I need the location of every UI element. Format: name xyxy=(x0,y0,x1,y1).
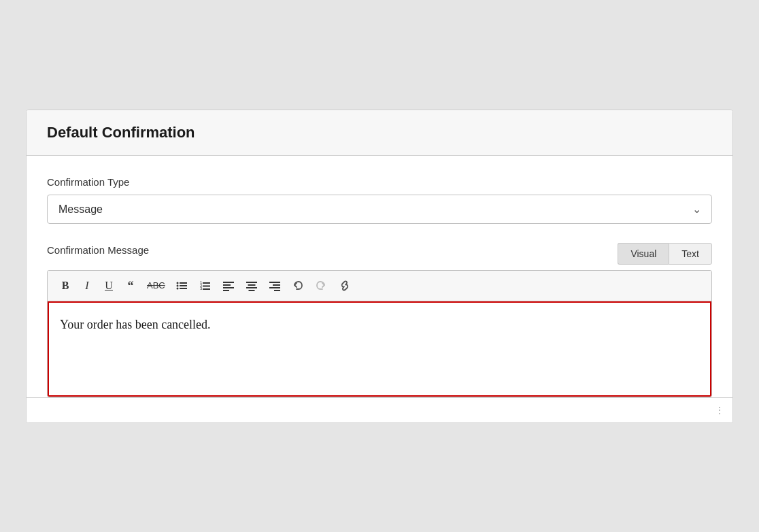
svg-rect-7 xyxy=(203,282,210,284)
page-title: Default Confirmation xyxy=(47,124,712,142)
ul-icon xyxy=(176,280,188,292)
svg-rect-21 xyxy=(273,284,280,286)
undo-button[interactable] xyxy=(288,276,308,295)
card-footer: ⋮ xyxy=(27,397,732,422)
resize-handle-icon: ⋮ xyxy=(715,405,724,416)
ordered-list-button[interactable]: 1 2 3 xyxy=(195,276,216,295)
tab-visual[interactable]: Visual xyxy=(618,243,669,265)
strikethrough-button[interactable]: ABC xyxy=(143,276,169,295)
svg-rect-14 xyxy=(223,287,234,288)
link-icon xyxy=(338,279,352,293)
link-button[interactable] xyxy=(334,276,356,295)
redo-icon xyxy=(315,280,327,292)
svg-rect-18 xyxy=(246,287,257,288)
svg-rect-1 xyxy=(180,282,187,284)
svg-point-0 xyxy=(176,282,178,284)
align-center-button[interactable] xyxy=(241,276,262,295)
unordered-list-button[interactable] xyxy=(172,276,192,295)
svg-rect-12 xyxy=(223,282,234,283)
svg-point-4 xyxy=(176,287,178,289)
align-left-button[interactable] xyxy=(218,276,239,295)
tab-buttons: Visual Text xyxy=(618,243,712,265)
confirmation-message-label: Confirmation Message xyxy=(47,244,149,256)
bold-button[interactable]: B xyxy=(56,276,75,295)
editor-toolbar: B I U “ ABC xyxy=(48,271,711,301)
svg-rect-13 xyxy=(223,284,231,286)
svg-rect-3 xyxy=(180,285,187,286)
svg-rect-17 xyxy=(248,284,255,286)
confirmation-card: Default Confirmation Confirmation Type M… xyxy=(26,110,733,423)
confirmation-type-select[interactable]: Message Page Redirect None xyxy=(47,195,712,224)
redo-button[interactable] xyxy=(311,276,331,295)
confirmation-type-wrapper: Message Page Redirect None ⌄ xyxy=(47,195,712,224)
card-body: Confirmation Type Message Page Redirect … xyxy=(27,156,732,397)
confirmation-type-label: Confirmation Type xyxy=(47,176,712,188)
align-center-icon xyxy=(246,280,258,292)
underline-button[interactable]: U xyxy=(99,276,118,295)
svg-rect-5 xyxy=(180,288,187,289)
svg-text:3: 3 xyxy=(200,286,203,290)
editor-content[interactable]: Your order has been cancelled. xyxy=(48,301,711,397)
italic-button[interactable]: I xyxy=(78,276,97,295)
card-header: Default Confirmation xyxy=(27,110,732,156)
align-left-icon xyxy=(222,280,235,292)
svg-rect-20 xyxy=(269,282,280,283)
svg-rect-16 xyxy=(246,282,257,283)
svg-rect-19 xyxy=(248,290,254,291)
strikethrough-icon: ABC xyxy=(147,281,165,290)
ol-icon: 1 2 3 xyxy=(199,280,212,292)
svg-point-2 xyxy=(176,284,178,286)
blockquote-button[interactable]: “ xyxy=(121,276,140,295)
svg-rect-9 xyxy=(203,285,210,286)
tab-text[interactable]: Text xyxy=(669,243,712,265)
confirmation-message-row: Confirmation Message Visual Text xyxy=(47,243,712,265)
svg-rect-23 xyxy=(274,290,280,291)
svg-rect-11 xyxy=(203,288,210,290)
align-right-icon xyxy=(269,280,281,292)
svg-rect-15 xyxy=(223,290,229,291)
svg-rect-22 xyxy=(269,287,280,288)
undo-icon xyxy=(292,280,304,292)
editor-container: B I U “ ABC xyxy=(47,270,712,397)
align-right-button[interactable] xyxy=(265,276,285,295)
